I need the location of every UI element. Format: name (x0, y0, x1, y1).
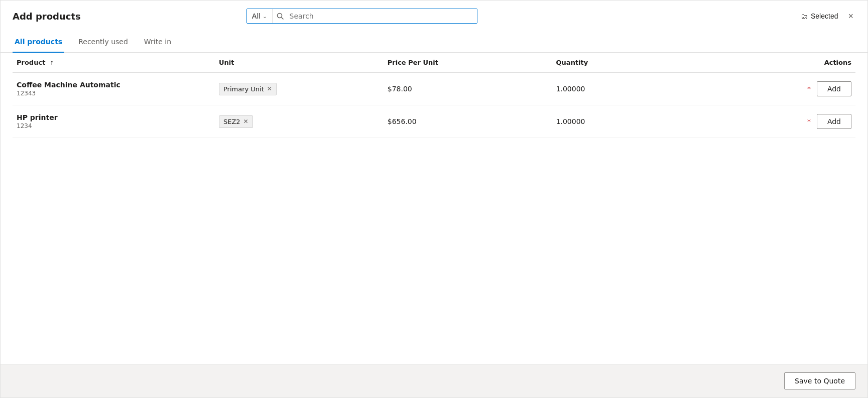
qty-value-1: 1.00000 (556, 85, 585, 93)
column-header-product[interactable]: Product ↑ (13, 53, 215, 73)
add-products-dialog: Add products All ⌄ 🗂 Selected × (0, 0, 868, 398)
unit-label-2: SEZ2 (223, 118, 240, 125)
actions-cell-1: * Add (737, 73, 855, 105)
dialog-title: Add products (13, 11, 81, 22)
column-header-quantity[interactable]: Quantity (552, 53, 737, 73)
table-header-row: Product ↑ Unit Price Per Unit Quantity A… (13, 53, 855, 73)
unit-cell-2: SEZ2 ✕ (215, 105, 384, 138)
product-name-2: HP printer (17, 113, 211, 121)
product-name-1: Coffee Machine Automatic (17, 81, 211, 89)
column-header-price[interactable]: Price Per Unit (384, 53, 552, 73)
price-value-1: $78.00 (388, 85, 412, 93)
sort-ascending-icon: ↑ (50, 60, 54, 66)
price-cell-1: $78.00 (384, 73, 552, 105)
close-button[interactable]: × (846, 10, 855, 23)
tab-write-in[interactable]: Write in (142, 32, 173, 53)
column-header-actions: Actions (737, 53, 855, 73)
required-star-1: * (807, 85, 811, 93)
product-cell-1: Coffee Machine Automatic 12343 (13, 73, 215, 105)
add-button-1[interactable]: Add (817, 81, 851, 96)
search-icon (273, 10, 288, 23)
qty-cell-1: 1.00000 (552, 73, 737, 105)
product-id-2: 1234 (17, 122, 211, 129)
dialog-header: Add products All ⌄ 🗂 Selected × (1, 1, 867, 32)
save-to-quote-button[interactable]: Save to Quote (784, 372, 855, 389)
product-cell-2: HP printer 1234 (13, 105, 215, 138)
header-right: 🗂 Selected × (801, 10, 855, 23)
svg-line-1 (281, 18, 283, 20)
tabs-bar: All products Recently used Write in (1, 32, 867, 53)
filter-label: All (252, 12, 261, 20)
remove-unit-tag-1[interactable]: ✕ (267, 86, 272, 92)
qty-cell-2: 1.00000 (552, 105, 737, 138)
table-row: HP printer 1234 SEZ2 ✕ $656.00 1.00000 (13, 105, 855, 138)
dialog-footer: Save to Quote (1, 364, 867, 397)
selected-icon: 🗂 (801, 12, 808, 20)
unit-tag-2: SEZ2 ✕ (219, 115, 253, 128)
tab-recently-used[interactable]: Recently used (76, 32, 130, 53)
column-header-unit[interactable]: Unit (215, 53, 384, 73)
selected-button[interactable]: 🗂 Selected (801, 12, 838, 20)
remove-unit-tag-2[interactable]: ✕ (243, 118, 249, 124)
product-id-1: 12343 (17, 90, 211, 97)
products-table: Product ↑ Unit Price Per Unit Quantity A… (13, 53, 855, 138)
add-button-2[interactable]: Add (817, 114, 851, 129)
products-table-container: Product ↑ Unit Price Per Unit Quantity A… (1, 53, 867, 364)
price-value-2: $656.00 (388, 117, 417, 125)
unit-tag-1: Primary Unit ✕ (219, 83, 277, 95)
search-input[interactable] (288, 9, 477, 23)
qty-value-2: 1.00000 (556, 117, 585, 125)
tab-all-products[interactable]: All products (13, 32, 64, 53)
search-filter-dropdown[interactable]: All ⌄ (247, 9, 273, 23)
chevron-down-icon: ⌄ (263, 14, 267, 19)
selected-label: Selected (811, 12, 838, 20)
table-row: Coffee Machine Automatic 12343 Primary U… (13, 73, 855, 105)
search-container: All ⌄ (246, 9, 477, 24)
unit-label-1: Primary Unit (223, 85, 264, 93)
required-star-2: * (807, 117, 811, 125)
actions-cell-2: * Add (737, 105, 855, 138)
price-cell-2: $656.00 (384, 105, 552, 138)
unit-cell-1: Primary Unit ✕ (215, 73, 384, 105)
